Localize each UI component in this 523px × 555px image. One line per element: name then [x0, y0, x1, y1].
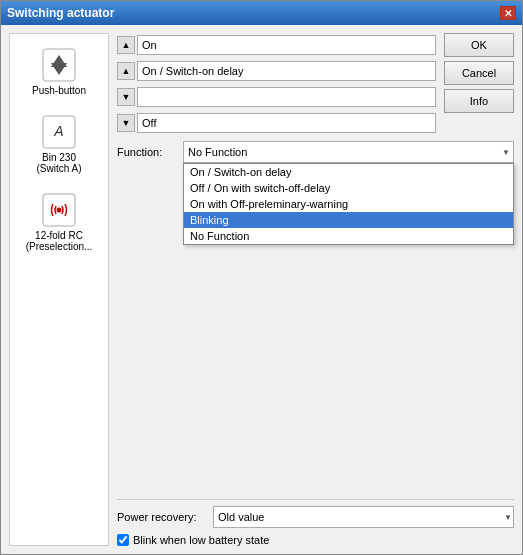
- function-row: Function: No Function ▼ On / Switch-on d…: [117, 141, 514, 163]
- input-list: ▲ ▲ ▼ ▼: [117, 33, 436, 135]
- close-button[interactable]: ✕: [500, 6, 516, 20]
- function-label: Function:: [117, 146, 177, 158]
- dropdown-item-blinking[interactable]: Blinking: [184, 212, 513, 228]
- window-title: Switching actuator: [7, 6, 114, 20]
- sidebar-item-bin230[interactable]: A Bin 230(Switch A): [19, 109, 99, 179]
- top-section: ▲ ▲ ▼ ▼: [117, 33, 514, 135]
- main-panel: ▲ ▲ ▼ ▼: [117, 33, 514, 546]
- input-row-2: ▲: [117, 59, 436, 83]
- cancel-button[interactable]: Cancel: [444, 61, 514, 85]
- rc-icon: [41, 192, 77, 228]
- ok-button[interactable]: OK: [444, 33, 514, 57]
- up-arrow-btn-2[interactable]: ▲: [117, 62, 135, 80]
- up-arrow-btn-1[interactable]: ▲: [117, 36, 135, 54]
- sidebar: Push-button A Bin 230(Switch A): [9, 33, 109, 546]
- dropdown-item-preliminary-warning[interactable]: On with Off-preleminary-warning: [184, 196, 513, 212]
- sidebar-item-pushbutton[interactable]: Push-button: [19, 42, 99, 101]
- function-dropdown[interactable]: No Function ▼: [183, 141, 514, 163]
- power-recovery-label: Power recovery:: [117, 511, 207, 523]
- blink-label: Blink when low battery state: [133, 534, 269, 546]
- dropdown-item-switch-on-delay[interactable]: On / Switch-on delay: [184, 164, 513, 180]
- input-row-3: ▼: [117, 85, 436, 109]
- power-recovery-dropdown-wrapper: Old value On Off ▼: [213, 506, 514, 528]
- pushbutton-label: Push-button: [32, 85, 86, 96]
- input-row-4: ▼: [117, 111, 436, 135]
- bin230-label: Bin 230(Switch A): [36, 152, 81, 174]
- svg-point-6: [57, 208, 62, 213]
- input-on-delay[interactable]: [137, 61, 436, 81]
- rc-label: 12-fold RC(Preselection...: [26, 230, 93, 252]
- dropdown-item-no-function[interactable]: No Function: [184, 228, 513, 244]
- title-bar: Switching actuator ✕: [1, 1, 522, 25]
- bin230-icon: A: [41, 114, 77, 150]
- power-recovery-row: Power recovery: Old value On Off ▼: [117, 506, 514, 528]
- right-buttons: OK Cancel Info: [444, 33, 514, 135]
- svg-text:A: A: [53, 123, 63, 139]
- blink-checkbox[interactable]: [117, 534, 129, 546]
- function-dropdown-wrapper: No Function ▼ On / Switch-on delay Off /…: [183, 141, 514, 163]
- input-on[interactable]: [137, 35, 436, 55]
- content-area: Push-button A Bin 230(Switch A): [1, 25, 522, 554]
- main-window: Switching actuator ✕ Push-button: [0, 0, 523, 555]
- down-arrow-btn-1[interactable]: ▼: [117, 88, 135, 106]
- input-row-1: ▲: [117, 33, 436, 57]
- blink-row: Blink when low battery state: [117, 534, 514, 546]
- pushbutton-icon: [41, 47, 77, 83]
- info-button[interactable]: Info: [444, 89, 514, 113]
- bottom-section: Power recovery: Old value On Off ▼ Blink…: [117, 499, 514, 546]
- down-arrow-btn-2[interactable]: ▼: [117, 114, 135, 132]
- dropdown-arrow-icon: ▼: [502, 148, 510, 157]
- function-section: Function: No Function ▼ On / Switch-on d…: [117, 141, 514, 163]
- dropdown-item-switch-off-delay[interactable]: Off / On with switch-off-delay: [184, 180, 513, 196]
- function-selected-value: No Function: [188, 146, 247, 158]
- input-off[interactable]: [137, 113, 436, 133]
- input-empty[interactable]: [137, 87, 436, 107]
- power-recovery-dropdown[interactable]: Old value On Off: [213, 506, 514, 528]
- function-dropdown-list: On / Switch-on delay Off / On with switc…: [183, 163, 514, 245]
- sidebar-item-12foldrc[interactable]: 12-fold RC(Preselection...: [19, 187, 99, 257]
